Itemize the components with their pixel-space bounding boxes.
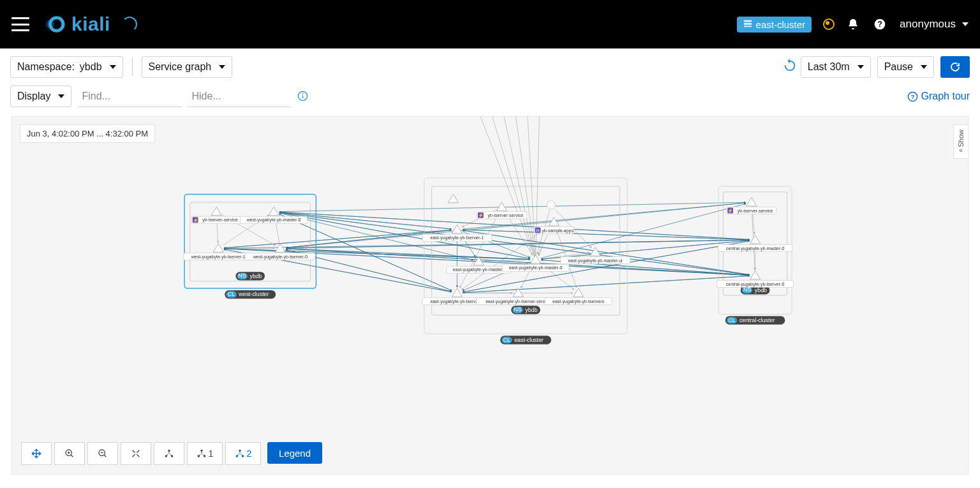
node-esa[interactable]: ⟳yb-sample-apps bbox=[534, 218, 574, 234]
hamburger-menu-icon[interactable] bbox=[11, 17, 29, 31]
user-menu[interactable]: anonymous bbox=[900, 18, 969, 31]
svg-point-57 bbox=[547, 201, 555, 209]
svg-text:west-yugabyte-yb-tserver-0: west-yugabyte-yb-tserver-0 bbox=[253, 255, 308, 260]
service-graph-svg[interactable]: CLwest-clusterNSybdbCLeast-clusterNSybdb… bbox=[12, 117, 968, 474]
caret-down-icon bbox=[110, 65, 116, 69]
svg-line-17 bbox=[535, 117, 539, 260]
svg-text:east-cluster: east-cluster bbox=[514, 337, 544, 343]
cluster-chip[interactable]: east-cluster bbox=[737, 17, 812, 33]
namespace-dropdown[interactable]: Namespace: ybdb bbox=[10, 56, 123, 78]
edge[interactable] bbox=[279, 202, 746, 211]
svg-text:CL: CL bbox=[503, 337, 510, 343]
svg-text:NS: NS bbox=[239, 272, 246, 279]
svg-text:?: ? bbox=[877, 20, 882, 29]
svg-text:CL: CL bbox=[228, 291, 235, 297]
help-icon[interactable]: ? bbox=[873, 17, 887, 31]
caret-down-icon bbox=[58, 94, 64, 98]
svg-text:central-cluster: central-cluster bbox=[739, 317, 775, 323]
svg-point-8 bbox=[302, 93, 304, 94]
fit-button[interactable] bbox=[121, 442, 151, 465]
svg-text:⚡: ⚡ bbox=[727, 208, 734, 214]
svg-rect-9 bbox=[302, 95, 303, 98]
svg-text:CL: CL bbox=[728, 317, 735, 323]
node-wm0[interactable]: west-yugabyte-yb-master-0 bbox=[241, 207, 308, 223]
display-dropdown[interactable]: Display bbox=[10, 85, 71, 107]
hide-input[interactable] bbox=[188, 86, 291, 107]
graph-canvas[interactable]: Jun 3, 4:02:00 PM ... 4:32:00 PM Show « … bbox=[11, 116, 969, 475]
zoom-in-button[interactable] bbox=[54, 442, 85, 465]
svg-line-15 bbox=[516, 117, 536, 260]
layout-1-button[interactable]: 1 bbox=[187, 442, 223, 465]
refresh-button[interactable] bbox=[940, 56, 970, 78]
graph-bottom-toolbar: 1 2 Legend bbox=[21, 442, 322, 465]
svg-text:west-cluster: west-cluster bbox=[238, 291, 269, 297]
svg-text:west-yugabyte-yb-master-0: west-yugabyte-yb-master-0 bbox=[246, 218, 301, 223]
kiali-logo-icon bbox=[45, 15, 66, 33]
svg-text:east-yugabyte-yb-master-0: east-yugabyte-yb-master-0 bbox=[509, 265, 563, 270]
svg-text:yb-tserver-service: yb-tserver-service bbox=[202, 218, 238, 223]
svg-text:central-yugabyte-yb-tserver-0: central-yugabyte-yb-tserver-0 bbox=[726, 282, 785, 287]
svg-text:?: ? bbox=[910, 93, 914, 100]
edge[interactable] bbox=[286, 249, 530, 260]
play-pause-dropdown[interactable]: Pause bbox=[877, 56, 934, 78]
svg-text:east-yugabyte-yb-tserver-1: east-yugabyte-yb-tserver-1 bbox=[431, 235, 484, 240]
svg-text:⟳: ⟳ bbox=[536, 228, 540, 233]
svg-point-88 bbox=[239, 450, 241, 452]
node-wts[interactable]: ⚡yb-tserver-service bbox=[191, 207, 241, 223]
svg-line-14 bbox=[504, 117, 535, 260]
edge[interactable] bbox=[279, 214, 452, 290]
caret-down-icon bbox=[962, 22, 969, 26]
info-icon[interactable] bbox=[297, 91, 309, 102]
time-range-dropdown[interactable]: Last 30m bbox=[801, 56, 871, 78]
status-indicator-icon[interactable] bbox=[823, 18, 835, 30]
layout-default-button[interactable] bbox=[154, 442, 184, 465]
toolbar-secondary: Display ? Graph tour bbox=[0, 82, 980, 116]
svg-point-85 bbox=[200, 450, 202, 452]
svg-text:east-yugabyte-yb-tserver-0: east-yugabyte-yb-tserver-0 bbox=[431, 299, 484, 304]
brand-logo[interactable]: kiali bbox=[45, 13, 110, 35]
node-em[interactable]: east-yugabyte-yb-masters bbox=[447, 257, 511, 274]
node-ct0[interactable]: central-yugabyte-yb-tserver-0 bbox=[717, 271, 794, 288]
svg-text:east-yugabyte-yb-master-ui: east-yugabyte-yb-master-ui bbox=[568, 258, 623, 263]
graph-tour-link[interactable]: ? Graph tour bbox=[907, 91, 970, 102]
top-bar: kiali east-cluster ? anonymous bbox=[0, 0, 980, 48]
legend-button[interactable]: Legend bbox=[267, 442, 322, 464]
svg-rect-3 bbox=[743, 23, 751, 25]
node-etvs[interactable]: east-yugabyte-yb-tservers bbox=[545, 288, 612, 305]
node-eunk[interactable] bbox=[547, 201, 555, 209]
drag-mode-button[interactable] bbox=[21, 442, 52, 465]
svg-text:⚡: ⚡ bbox=[478, 212, 484, 218]
node-etri0[interactable] bbox=[448, 195, 458, 203]
svg-text:NS: NS bbox=[514, 306, 521, 313]
svg-text:east-yugabyte-yb-tserver-servi: east-yugabyte-yb-tserver-service bbox=[486, 299, 551, 304]
svg-text:NS: NS bbox=[743, 286, 751, 293]
node-cm0[interactable]: central-yugabyte-yb-master-0 bbox=[718, 235, 792, 252]
svg-text:central-yugabyte-yb-master-0: central-yugabyte-yb-master-0 bbox=[726, 246, 785, 251]
svg-point-82 bbox=[168, 450, 170, 452]
svg-text:ybdb: ybdb bbox=[249, 273, 262, 279]
svg-text:⚡: ⚡ bbox=[193, 218, 199, 223]
svg-text:yb-tserver-service: yb-tserver-service bbox=[488, 213, 524, 218]
caret-down-icon bbox=[921, 65, 927, 69]
caret-down-icon bbox=[858, 65, 864, 69]
svg-text:west-yugabyte-yb-tserver-1: west-yugabyte-yb-tserver-1 bbox=[191, 255, 246, 260]
loading-spinner-icon bbox=[122, 17, 137, 32]
replay-icon[interactable] bbox=[783, 59, 797, 76]
graph-type-dropdown[interactable]: Service graph bbox=[142, 56, 233, 78]
svg-text:yb-sample-apps: yb-sample-apps bbox=[542, 228, 574, 233]
svg-text:east-yugabyte-yb-masters: east-yugabyte-yb-masters bbox=[453, 267, 505, 272]
svg-text:ybdb: ybdb bbox=[525, 307, 537, 313]
toolbar-primary: Namespace: ybdb Service graph Last 30m P… bbox=[0, 48, 980, 82]
notifications-icon[interactable] bbox=[846, 17, 860, 31]
cluster-icon bbox=[743, 19, 752, 30]
zoom-out-button[interactable] bbox=[87, 442, 118, 465]
divider bbox=[132, 58, 133, 76]
svg-text:yb-tserver-service: yb-tserver-service bbox=[738, 209, 773, 214]
svg-text:east-yugabyte-yb-tservers: east-yugabyte-yb-tservers bbox=[553, 299, 604, 304]
node-wt1[interactable]: west-yugabyte-yb-tserver-1 bbox=[184, 244, 253, 260]
layout-2-button[interactable]: 2 bbox=[225, 442, 261, 465]
find-input[interactable] bbox=[78, 86, 181, 107]
node-cts[interactable]: ⚡yb-tserver-service bbox=[727, 198, 776, 214]
svg-text:ybdb: ybdb bbox=[755, 287, 767, 293]
svg-rect-2 bbox=[743, 20, 751, 22]
